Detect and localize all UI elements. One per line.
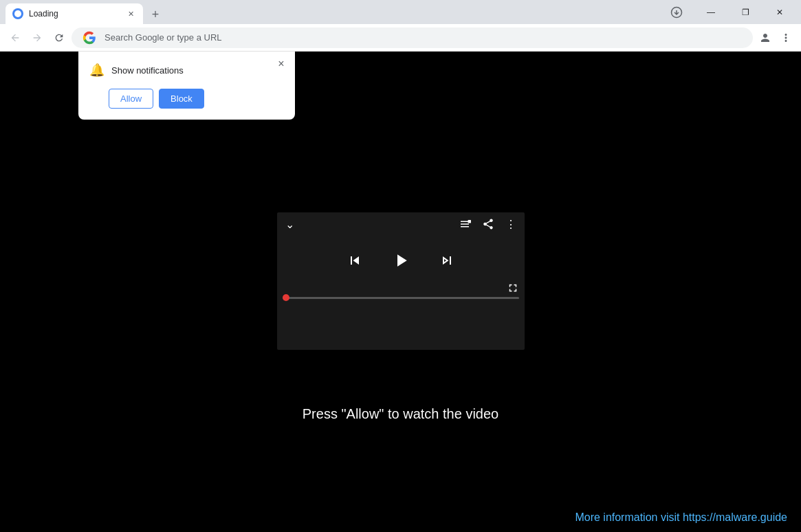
omnibox[interactable]: Search Google or type a URL <box>72 27 753 48</box>
minimize-button[interactable]: — <box>695 0 727 24</box>
player-skip-prev-icon[interactable] <box>347 252 363 269</box>
close-button[interactable]: ✕ <box>764 0 795 24</box>
popup-close-button[interactable]: × <box>274 57 288 71</box>
player-play-icon[interactable] <box>391 250 411 271</box>
profile-button[interactable] <box>756 28 775 47</box>
tab-title: Loading <box>29 9 120 19</box>
block-button[interactable]: Block <box>159 89 204 109</box>
player-controls <box>277 236 525 282</box>
player-more-icon[interactable]: ⋮ <box>505 218 516 231</box>
new-tab-button[interactable]: + <box>146 5 165 24</box>
tab-favicon <box>12 8 23 19</box>
notification-popup: × 🔔 Show notifications Allow Block <box>78 52 295 120</box>
popup-title: Show notifications <box>111 65 184 76</box>
video-player: ⌄ ⋮ <box>277 212 525 350</box>
progress-bar[interactable] <box>283 297 519 299</box>
player-top-bar: ⌄ ⋮ <box>277 212 525 236</box>
bell-icon: 🔔 <box>89 63 105 78</box>
popup-header: 🔔 Show notifications <box>89 63 284 78</box>
player-fullscreen-icon[interactable] <box>507 282 519 294</box>
titlebar-tabs: Loading ✕ + <box>6 0 661 24</box>
tab-favicon-inner <box>14 10 21 17</box>
player-share-icon[interactable] <box>482 218 494 230</box>
player-chevron-down-icon[interactable]: ⌄ <box>285 218 294 231</box>
progress-dot <box>283 294 289 301</box>
player-top-right-icons: ⋮ <box>459 218 516 231</box>
toolbar: Search Google or type a URL <box>0 24 801 52</box>
omnibox-text: Search Google or type a URL <box>105 32 745 43</box>
player-progress[interactable] <box>277 297 525 304</box>
player-queue-icon[interactable] <box>459 218 471 230</box>
player-bottom <box>277 282 525 297</box>
svg-rect-1 <box>468 220 471 223</box>
reload-button[interactable] <box>50 28 69 47</box>
active-tab[interactable]: Loading ✕ <box>6 3 143 24</box>
forward-button[interactable] <box>28 28 47 47</box>
tab-close-button[interactable]: ✕ <box>125 8 136 19</box>
toolbar-right <box>756 28 795 47</box>
maximize-button[interactable]: ❐ <box>729 0 761 24</box>
titlebar: Loading ✕ + — ❐ ✕ <box>0 0 801 24</box>
popup-buttons: Allow Block <box>89 89 284 109</box>
malware-guide-link[interactable]: More information visit https://malware.g… <box>575 511 787 524</box>
back-button[interactable] <box>6 28 25 47</box>
press-allow-text: Press "Allow" to watch the video <box>303 406 498 422</box>
menu-button[interactable] <box>776 28 795 47</box>
browser-download-icon[interactable] <box>661 0 692 24</box>
google-icon <box>83 31 96 45</box>
titlebar-controls: — ❐ ✕ <box>661 0 795 24</box>
player-skip-next-icon[interactable] <box>439 252 455 269</box>
page-content: × 🔔 Show notifications Allow Block ⌄ <box>0 52 801 532</box>
allow-button[interactable]: Allow <box>109 89 153 109</box>
